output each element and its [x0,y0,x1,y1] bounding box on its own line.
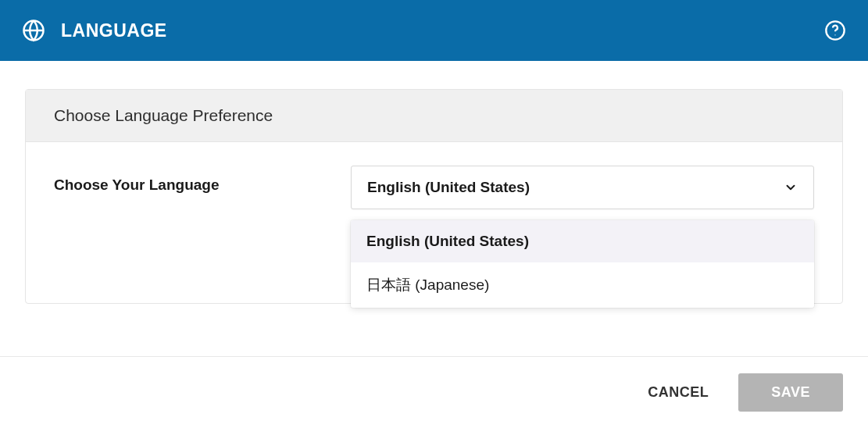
footer-bar: CANCEL SAVE [0,356,868,428]
chevron-down-icon [784,180,798,194]
header-left: LANGUAGE [22,19,167,42]
page-title: LANGUAGE [61,20,167,41]
card-header: Choose Language Preference [26,90,842,142]
language-select-wrapper: English (United States) English (United … [351,166,814,209]
card-body: Choose Your Language English (United Sta… [26,142,842,303]
content-area: Choose Language Preference Choose Your L… [0,61,868,304]
language-select[interactable]: English (United States) [351,166,814,209]
language-dropdown-menu: English (United States) 日本語 (Japanese) [351,220,814,308]
svg-point-3 [834,34,835,35]
language-option-japanese[interactable]: 日本語 (Japanese) [351,262,814,308]
language-option-english[interactable]: English (United States) [351,220,814,262]
help-icon[interactable] [824,20,846,41]
language-card: Choose Language Preference Choose Your L… [25,89,843,304]
card-title: Choose Language Preference [54,106,814,125]
language-field-label: Choose Your Language [54,166,320,194]
page-header: LANGUAGE [0,0,868,61]
globe-icon [22,19,45,42]
language-select-value: English (United States) [367,179,530,196]
cancel-button[interactable]: CANCEL [645,373,712,412]
save-button[interactable]: SAVE [738,373,843,412]
